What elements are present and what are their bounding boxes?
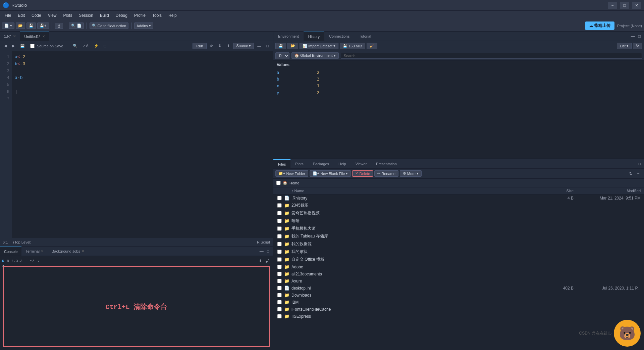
value-row-b[interactable]: b 3: [273, 76, 644, 83]
file-row[interactable]: 📄 desktop.ini 402 B Jul 26, 2020, 1:11 P…: [273, 285, 644, 292]
close-tab-1r[interactable]: ✕: [13, 34, 16, 38]
files-tab-help[interactable]: Help: [334, 159, 351, 168]
clear-env-button[interactable]: 🧹: [367, 43, 377, 49]
console-content[interactable]: R R 4.3.3 · ~/ ↗ ⬆ 🖌 > Ctrl+L 清除命令台: [0, 256, 273, 350]
minimize-files-button[interactable]: —: [630, 161, 636, 167]
file-checkbox[interactable]: [277, 242, 282, 246]
close-bg-jobs-tab[interactable]: ✕: [82, 249, 84, 253]
minimize-console-button[interactable]: —: [258, 248, 265, 254]
source-on-save-checkbox[interactable]: [30, 44, 35, 48]
rename-button[interactable]: ✏ Rename: [374, 170, 398, 177]
addins-button[interactable]: Addins ▾: [134, 23, 153, 29]
file-checkbox[interactable]: [277, 272, 282, 276]
open-env-button[interactable]: 📂: [287, 43, 298, 49]
new-blank-file-button[interactable]: 📄+ New Blank File ▾: [310, 170, 351, 177]
global-env-button[interactable]: 🏠 Global Environment ▾: [291, 52, 339, 59]
file-checkbox[interactable]: [277, 307, 282, 311]
file-checkbox[interactable]: [277, 286, 282, 290]
menu-build[interactable]: Build: [97, 11, 112, 20]
file-checkbox[interactable]: [277, 234, 282, 238]
minimize-env-button[interactable]: —: [630, 33, 636, 39]
files-more-options[interactable]: ⋯: [635, 171, 642, 177]
home-path-label[interactable]: Home: [289, 181, 299, 185]
search-editor-button[interactable]: 🔍: [71, 43, 79, 49]
save-editor-button[interactable]: 💾: [18, 43, 27, 49]
console-tab-terminal[interactable]: Terminal ✕: [21, 247, 48, 256]
menu-file[interactable]: File: [1, 11, 14, 20]
file-row[interactable]: 📄 .Rhistory 4 B Mar 21, 2024, 9:51 PM: [273, 194, 644, 202]
console-tab-background-jobs[interactable]: Background Jobs ✕: [48, 247, 88, 256]
file-checkbox[interactable]: [277, 314, 282, 318]
file-checkbox[interactable]: [277, 250, 282, 254]
forward-button[interactable]: ▶: [10, 43, 17, 49]
file-checkbox[interactable]: [277, 211, 282, 215]
menu-session[interactable]: Session: [75, 11, 97, 20]
print-button[interactable]: 🖨: [55, 23, 63, 29]
env-tab-history[interactable]: History: [304, 32, 324, 41]
code-editor[interactable]: 1 2 3 4 5 6 7 a<-2 b<-3 a-b |: [0, 51, 273, 238]
r-engine-dropdown[interactable]: R: [275, 52, 289, 59]
mem-usage-button[interactable]: 💾 160 MiB: [340, 43, 365, 49]
import-dataset-button[interactable]: 📊 Import Dataset ▾: [300, 43, 338, 49]
file-row[interactable]: 📁 2345截图: [273, 202, 644, 209]
file-row[interactable]: 📁 我的形状: [273, 248, 644, 256]
minimize-editor-button[interactable]: —: [255, 43, 263, 49]
file-row[interactable]: 📁 IISExpress: [273, 313, 644, 320]
up-arrow-button[interactable]: ⬆: [225, 43, 232, 49]
env-tab-tutorial[interactable]: Tutorial: [354, 32, 376, 41]
file-row[interactable]: 📁 Adobe: [273, 263, 644, 270]
file-row[interactable]: 📁 我的数据源: [273, 240, 644, 248]
file-row[interactable]: 📁 ali213documents: [273, 270, 644, 277]
list-view-button[interactable]: List ▾: [617, 43, 632, 49]
square-button[interactable]: □: [102, 43, 108, 49]
goto-file-button[interactable]: 🔍 Go to file/function: [90, 23, 129, 29]
console-tab-console[interactable]: Console: [0, 247, 21, 256]
run-button[interactable]: Run: [193, 43, 207, 49]
more-button[interactable]: ⚙ More ▾: [400, 170, 422, 177]
files-tab-files[interactable]: Files: [273, 159, 290, 168]
files-tab-packages[interactable]: Packages: [308, 159, 334, 168]
menu-plots[interactable]: Plots: [60, 11, 76, 20]
wand-button[interactable]: ⚡: [92, 43, 101, 49]
env-tab-connections[interactable]: Connections: [324, 32, 354, 41]
source-on-save-button[interactable]: Source on Save: [28, 43, 65, 49]
maximize-editor-button[interactable]: □: [264, 43, 271, 49]
refresh-files-button[interactable]: ↻: [628, 171, 634, 177]
name-col-header[interactable]: ↑ Name: [291, 189, 540, 193]
save-button[interactable]: 💾: [26, 23, 36, 29]
save-all-button[interactable]: 💾+: [37, 23, 49, 29]
size-col-header[interactable]: Size: [540, 189, 574, 193]
console-scroll-up[interactable]: ⬆: [257, 258, 263, 264]
file-checkbox[interactable]: [277, 293, 282, 297]
new-folder-button[interactable]: 📁+ New Folder: [275, 170, 308, 177]
file-checkbox[interactable]: [277, 300, 282, 304]
modified-col-header[interactable]: Modified: [574, 189, 641, 193]
close-terminal-tab[interactable]: ✕: [41, 249, 44, 253]
minimize-button[interactable]: −: [608, 2, 617, 9]
value-row-a[interactable]: a 2: [273, 69, 644, 76]
save-env-button[interactable]: 💾: [275, 43, 286, 49]
env-tab-environment[interactable]: Environment: [273, 32, 304, 41]
file-row[interactable]: 📁 自定义 Office 模板: [273, 256, 644, 263]
maximize-button[interactable]: □: [620, 2, 629, 9]
menu-help[interactable]: Help: [165, 11, 180, 20]
file-row[interactable]: 📁 IBM: [273, 299, 644, 306]
files-tab-presentation[interactable]: Presentation: [371, 159, 401, 168]
maximize-env-button[interactable]: □: [637, 33, 642, 39]
maximize-console-button[interactable]: □: [266, 248, 271, 254]
value-row-y[interactable]: y 2: [273, 89, 644, 96]
file-row[interactable]: 📁 Axure: [273, 277, 644, 285]
file-row-downloads[interactable]: 📁 Downloads: [273, 292, 644, 299]
file-row[interactable]: 📁 爱奇艺热播视频: [273, 209, 644, 217]
code-content[interactable]: a<-2 b<-3 a-b |: [12, 51, 273, 238]
file-checkbox[interactable]: [277, 265, 282, 269]
find-button[interactable]: 🔍 📄: [69, 23, 84, 29]
menu-edit[interactable]: Edit: [14, 11, 28, 20]
menu-tools[interactable]: Tools: [149, 11, 165, 20]
file-row[interactable]: 📁 手机模拟大师: [273, 225, 644, 232]
close-tab-untitled1[interactable]: ✕: [42, 35, 45, 38]
file-row[interactable]: 📁 iFontsClientFileCache: [273, 306, 644, 313]
new-file-button[interactable]: 📄 ▾: [2, 23, 14, 29]
back-button[interactable]: ◀: [2, 43, 9, 49]
source-button[interactable]: Source ▾: [233, 43, 254, 49]
